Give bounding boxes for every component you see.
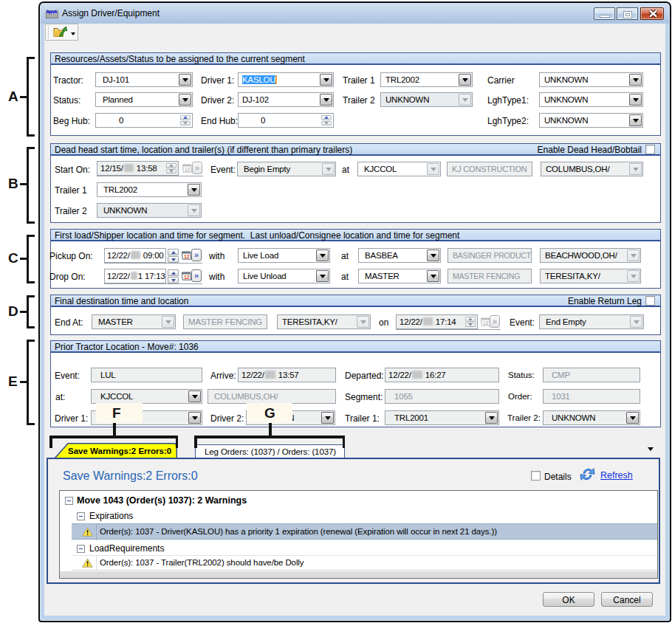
svg-text:12: 12 [185,167,191,172]
svg-text:12: 12 [184,254,190,259]
svg-text:12: 12 [184,275,190,280]
svg-text:12: 12 [483,320,489,326]
